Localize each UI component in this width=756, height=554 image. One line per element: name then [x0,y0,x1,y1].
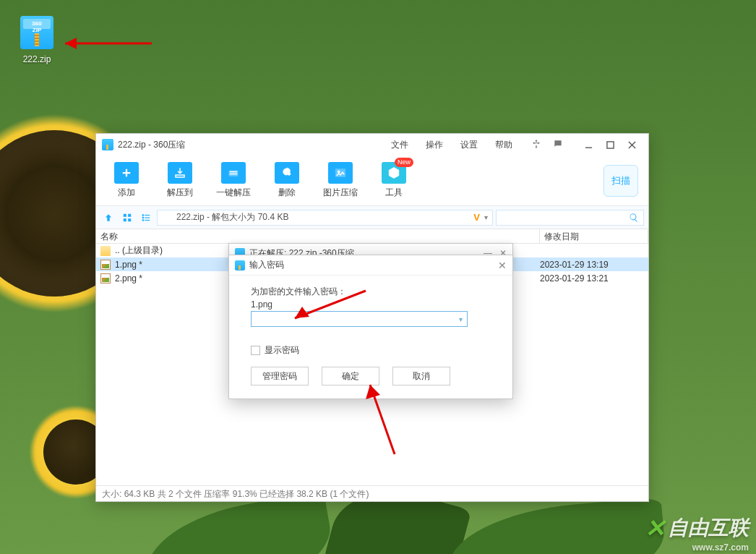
new-badge: New [395,158,413,167]
svg-rect-11 [142,214,144,216]
svg-rect-8 [128,213,131,216]
zip-file-icon: 360ZIP [20,16,53,49]
show-password-checkbox[interactable] [251,346,260,355]
maximize-button[interactable] [599,136,621,153]
nav-bar: 222.zip - 解包大小为 70.4 KB V ▾ [96,206,648,229]
delete-icon [275,162,299,184]
status-bar: 大小: 64.3 KB 共 2 个文件 压缩率 91.3% 已经选择 38.2 … [96,485,648,501]
close-icon[interactable]: ✕ [498,260,507,271]
toolbar: 添加 解压到 一键解压 删除 图片压缩 New 工具 扫描 [96,155,648,206]
close-button[interactable] [621,136,643,153]
feedback-icon[interactable] [553,139,563,151]
folder-icon [100,246,111,256]
svg-rect-1 [606,141,613,148]
ok-button[interactable]: 确定 [322,367,379,385]
minimize-button[interactable] [577,136,599,153]
manage-password-button[interactable]: 管理密码 [251,367,309,385]
toolbar-tools[interactable]: New 工具 [374,162,414,199]
path-v-badge: V [473,212,480,223]
image-file-icon [100,260,111,270]
svg-rect-7 [124,213,126,216]
nav-up-icon[interactable] [100,210,116,226]
chevron-down-icon[interactable]: ▾ [484,213,488,221]
chevron-down-icon[interactable]: ▾ [459,315,463,323]
svg-point-6 [338,171,340,173]
toolbar-scan[interactable]: 扫描 [603,165,638,197]
password-prompt: 为加密的文件输入密码： [251,286,491,298]
menu-bar: 文件 操作 设置 帮助 [391,139,512,151]
app-icon [102,139,113,150]
svg-rect-10 [128,218,131,221]
extract-icon [168,162,192,184]
password-dialog: 输入密码 ✕ 为加密的文件输入密码： 1.png ▾ 显示密码 管理密码 确定 … [228,255,513,399]
path-text: 222.zip - 解包大小为 70.4 KB [176,211,288,223]
add-icon [114,162,139,184]
app-icon [235,260,245,270]
dialog-title: 输入密码 [249,259,284,271]
toolbar-add[interactable]: 添加 [106,162,147,199]
cancel-button[interactable]: 取消 [392,367,450,385]
desktop-file-icon[interactable]: 360ZIP 222.zip [12,16,62,65]
password-filename: 1.png [251,299,491,310]
column-header: 名称 修改日期 [96,229,648,244]
tools-icon: New [382,162,406,184]
path-box[interactable]: 222.zip - 解包大小为 70.4 KB V ▾ [157,210,493,226]
view-grid-icon[interactable] [119,210,135,226]
image-file-icon [100,273,111,284]
desktop-file-label: 222.zip [23,54,51,64]
svg-rect-14 [145,214,150,215]
show-password-label: 显示密码 [265,344,299,357]
svg-rect-13 [142,219,144,221]
oneclick-icon [221,162,246,184]
svg-rect-12 [142,216,144,218]
password-input[interactable]: ▾ [251,311,468,327]
svg-rect-15 [145,217,150,218]
view-list-icon[interactable] [138,210,154,226]
toolbar-oneclick[interactable]: 一键解压 [213,162,254,199]
path-icon [162,213,172,223]
menu-action[interactable]: 操作 [426,139,443,151]
menu-file[interactable]: 文件 [391,139,408,151]
skin-icon[interactable] [531,139,541,151]
svg-rect-9 [124,218,126,221]
watermark-logo-icon: ✕ [645,513,665,542]
titlebar[interactable]: 222.zip - 360压缩 文件 操作 设置 帮助 [96,134,648,155]
menu-help[interactable]: 帮助 [495,139,512,151]
toolbar-delete[interactable]: 删除 [267,162,307,199]
toolbar-extract-to[interactable]: 解压到 [160,162,200,199]
search-box[interactable] [496,210,644,226]
dialog-titlebar[interactable]: 输入密码 ✕ [229,255,512,276]
svg-rect-16 [145,219,150,220]
column-date[interactable]: 修改日期 [540,229,648,243]
watermark: ✕ 自由互联 www.sz7.com [645,513,749,542]
search-icon [629,213,639,223]
column-name[interactable]: 名称 [96,229,540,243]
image-compress-icon [328,162,353,184]
toolbar-image-compress[interactable]: 图片压缩 [320,162,361,199]
menu-settings[interactable]: 设置 [460,139,478,151]
window-title: 222.zip - 360压缩 [118,139,185,151]
